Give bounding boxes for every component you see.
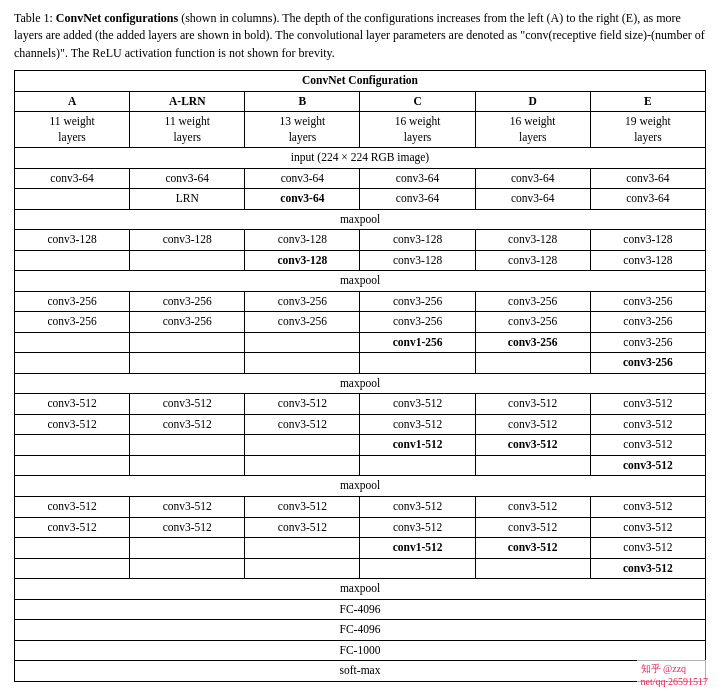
fc4096-2-row: FC-4096 — [15, 620, 706, 641]
b3r3-b — [245, 332, 360, 353]
b4r4-c — [360, 455, 475, 476]
maxpool4-row: maxpool — [15, 476, 706, 497]
b1r1-a: conv3-64 — [15, 168, 130, 189]
b4r1-e: conv3-512 — [590, 394, 705, 415]
block3-row3: conv1-256 conv3-256 conv3-256 — [15, 332, 706, 353]
b5r2-alrn: conv3-512 — [130, 517, 245, 538]
b3r1-c: conv3-256 — [360, 291, 475, 312]
block4-row3: conv1-512 conv3-512 conv3-512 — [15, 435, 706, 456]
b1r2-e: conv3-64 — [590, 189, 705, 210]
b3r3-alrn — [130, 332, 245, 353]
b2r2-c: conv3-128 — [360, 250, 475, 271]
b4r1-c: conv3-512 — [360, 394, 475, 415]
watermark-subtext: net/qq·26591517 — [641, 676, 709, 687]
wl-a: 11 weightlayers — [15, 112, 130, 148]
maxpool1-row: maxpool — [15, 209, 706, 230]
fc4096-1-row: FC-4096 — [15, 599, 706, 620]
maxpool3-cell: maxpool — [15, 373, 706, 394]
b4r3-a — [15, 435, 130, 456]
convnet-table: ConvNet Configuration A A-LRN B C D E 11… — [14, 70, 706, 681]
softmax-row: soft-max — [15, 661, 706, 682]
wl-d: 16 weightlayers — [475, 112, 590, 148]
config-header-row: ConvNet Configuration — [15, 71, 706, 92]
col-d: D — [475, 91, 590, 112]
b5r2-a: conv3-512 — [15, 517, 130, 538]
b1r2-c: conv3-64 — [360, 189, 475, 210]
maxpool2-row: maxpool — [15, 271, 706, 292]
col-e: E — [590, 91, 705, 112]
b5r1-d: conv3-512 — [475, 497, 590, 518]
b2r2-alrn — [130, 250, 245, 271]
maxpool5-row: maxpool — [15, 579, 706, 600]
b1r1-c: conv3-64 — [360, 168, 475, 189]
b5r4-e: conv3-512 — [590, 558, 705, 579]
b4r1-alrn: conv3-512 — [130, 394, 245, 415]
b5r3-b — [245, 538, 360, 559]
b3r1-a: conv3-256 — [15, 291, 130, 312]
table1-num: Table 1: — [14, 11, 56, 25]
table1-caption: Table 1: ConvNet configurations (shown i… — [14, 10, 706, 62]
watermark-text: 知乎 @zzq — [641, 663, 687, 674]
block4-row2: conv3-512 conv3-512 conv3-512 conv3-512 … — [15, 414, 706, 435]
b3r1-e: conv3-256 — [590, 291, 705, 312]
col-labels-row: A A-LRN B C D E — [15, 91, 706, 112]
b3r4-e: conv3-256 — [590, 353, 705, 374]
maxpool4-cell: maxpool — [15, 476, 706, 497]
b1r1-e: conv3-64 — [590, 168, 705, 189]
b4r3-b — [245, 435, 360, 456]
softmax-cell: soft-max — [15, 661, 706, 682]
config-header-cell: ConvNet Configuration — [15, 71, 706, 92]
b4r1-b: conv3-512 — [245, 394, 360, 415]
b3r4-a — [15, 353, 130, 374]
b5r3-e: conv3-512 — [590, 538, 705, 559]
fc1000-row: FC-1000 — [15, 640, 706, 661]
b5r3-alrn — [130, 538, 245, 559]
block3-row4: conv3-256 — [15, 353, 706, 374]
fc4096-1-cell: FC-4096 — [15, 599, 706, 620]
maxpool5-cell: maxpool — [15, 579, 706, 600]
b4r2-alrn: conv3-512 — [130, 414, 245, 435]
block4-row4: conv3-512 — [15, 455, 706, 476]
b4r1-a: conv3-512 — [15, 394, 130, 415]
col-a: A — [15, 91, 130, 112]
wl-e: 19 weightlayers — [590, 112, 705, 148]
b4r4-d — [475, 455, 590, 476]
b2r1-b: conv3-128 — [245, 230, 360, 251]
maxpool2-cell: maxpool — [15, 271, 706, 292]
block5-row1: conv3-512 conv3-512 conv3-512 conv3-512 … — [15, 497, 706, 518]
b5r4-d — [475, 558, 590, 579]
maxpool3-row: maxpool — [15, 373, 706, 394]
b3r1-d: conv3-256 — [475, 291, 590, 312]
block3-row1: conv3-256 conv3-256 conv3-256 conv3-256 … — [15, 291, 706, 312]
b3r2-d: conv3-256 — [475, 312, 590, 333]
b3r3-c: conv1-256 — [360, 332, 475, 353]
b1r2-d: conv3-64 — [475, 189, 590, 210]
input-cell: input (224 × 224 RGB image) — [15, 148, 706, 169]
b2r1-e: conv3-128 — [590, 230, 705, 251]
b2r1-a: conv3-128 — [15, 230, 130, 251]
b4r2-e: conv3-512 — [590, 414, 705, 435]
b2r2-e: conv3-128 — [590, 250, 705, 271]
b3r4-alrn — [130, 353, 245, 374]
b3r4-c — [360, 353, 475, 374]
b3r4-d — [475, 353, 590, 374]
b2r2-d: conv3-128 — [475, 250, 590, 271]
b5r1-alrn: conv3-512 — [130, 497, 245, 518]
b5r3-a — [15, 538, 130, 559]
b5r1-a: conv3-512 — [15, 497, 130, 518]
block4-row1: conv3-512 conv3-512 conv3-512 conv3-512 … — [15, 394, 706, 415]
b3r2-b: conv3-256 — [245, 312, 360, 333]
b3r1-b: conv3-256 — [245, 291, 360, 312]
b5r1-b: conv3-512 — [245, 497, 360, 518]
b1r2-alrn: LRN — [130, 189, 245, 210]
block3-row2: conv3-256 conv3-256 conv3-256 conv3-256 … — [15, 312, 706, 333]
b4r4-e: conv3-512 — [590, 455, 705, 476]
block5-row4: conv3-512 — [15, 558, 706, 579]
b5r1-c: conv3-512 — [360, 497, 475, 518]
b4r2-c: conv3-512 — [360, 414, 475, 435]
b3r4-b — [245, 353, 360, 374]
input-row: input (224 × 224 RGB image) — [15, 148, 706, 169]
block2-row1: conv3-128 conv3-128 conv3-128 conv3-128 … — [15, 230, 706, 251]
b5r4-alrn — [130, 558, 245, 579]
b2r1-c: conv3-128 — [360, 230, 475, 251]
